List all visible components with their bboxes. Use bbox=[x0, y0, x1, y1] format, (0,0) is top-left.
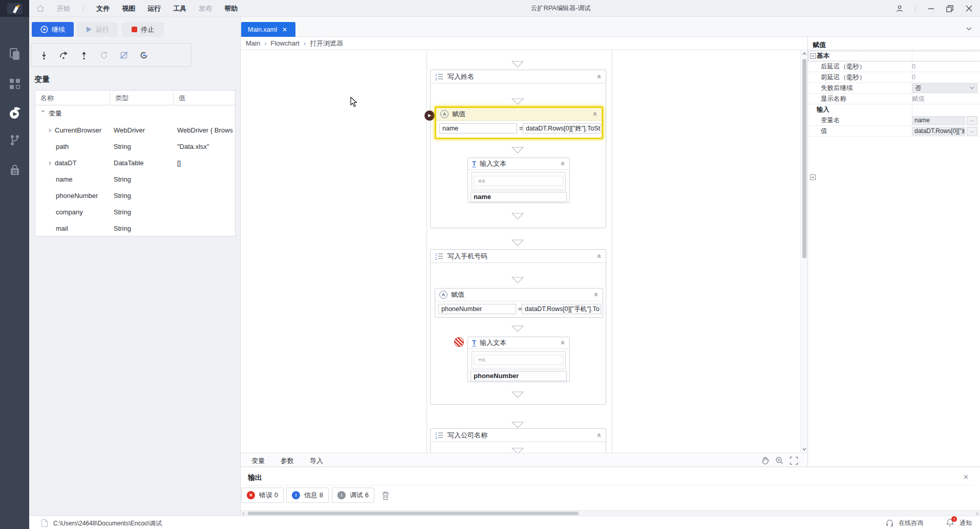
menu-publish[interactable]: 发布 bbox=[199, 4, 212, 13]
debug-icon[interactable] bbox=[0, 103, 29, 123]
collapse-chevron-icon[interactable]: « bbox=[592, 112, 599, 116]
assign-activity[interactable]: A 赋值 « phoneNumber = dataDT.Rows[0]["手机"… bbox=[435, 288, 603, 318]
target-element-thumbnail[interactable]: 手机 bbox=[472, 351, 566, 369]
scroll-right-icon[interactable] bbox=[976, 512, 978, 515]
notification-bell[interactable]: 1 bbox=[946, 518, 955, 527]
property-row[interactable]: 变量名 name ... bbox=[808, 115, 980, 126]
close-icon[interactable] bbox=[965, 5, 973, 13]
collapse-chevron-icon[interactable]: « bbox=[596, 254, 603, 258]
collapse-minus-icon[interactable] bbox=[810, 53, 816, 59]
assign-value-field[interactable]: dataDT.Rows[0]["手机"].To bbox=[522, 304, 601, 314]
table-row[interactable]: phoneNumber String bbox=[35, 187, 235, 204]
scroll-up-icon[interactable] bbox=[802, 52, 806, 55]
expand-caret-icon[interactable]: › bbox=[49, 159, 55, 167]
property-row[interactable]: 显示名称 赋值 bbox=[808, 94, 980, 104]
output-horizontal-scrollbar[interactable] bbox=[241, 510, 980, 516]
tab-overflow-chevron-icon[interactable] bbox=[966, 24, 972, 33]
pages-icon[interactable] bbox=[0, 44, 29, 64]
zoom-in-icon[interactable] bbox=[774, 455, 784, 466]
clear-output-trash-icon[interactable] bbox=[381, 491, 390, 503]
assign-activity-highlighted[interactable]: A 赋值 « name = dataDT.Rows[0]["姓"].ToSt bbox=[435, 106, 603, 139]
col-value[interactable]: 值 bbox=[173, 91, 235, 105]
col-type[interactable]: 类型 bbox=[110, 91, 173, 105]
target-element-thumbnail[interactable]: 姓名 bbox=[472, 172, 566, 190]
step-over-icon[interactable] bbox=[58, 49, 70, 61]
continue-on-error-select[interactable]: 否 bbox=[912, 83, 977, 93]
menu-file[interactable]: 文件 bbox=[96, 4, 110, 13]
user-icon[interactable] bbox=[896, 5, 904, 13]
canvas-vertical-scrollbar[interactable] bbox=[800, 50, 807, 453]
type-into-header[interactable]: T 输入文本 « bbox=[468, 158, 569, 170]
variables-group-row[interactable]: › 变量 bbox=[35, 105, 235, 122]
home-icon[interactable] bbox=[36, 5, 45, 12]
ellipsis-button[interactable]: ... bbox=[967, 116, 977, 125]
assign-to-field[interactable]: name bbox=[439, 123, 517, 134]
continue-button[interactable]: 继续 bbox=[32, 22, 74, 37]
filter-debug-button[interactable]: i 调试 6 bbox=[332, 488, 374, 503]
breadcrumb-flowchart[interactable]: Flowchart bbox=[271, 39, 300, 47]
headset-icon[interactable] bbox=[885, 519, 894, 527]
property-value[interactable]: 0 bbox=[912, 74, 915, 81]
property-row[interactable]: 失败后继续 否 bbox=[808, 83, 980, 94]
fit-to-screen-icon[interactable] bbox=[789, 455, 799, 466]
type-into-activity[interactable]: T 输入文本 « 姓名 name bbox=[467, 158, 570, 203]
collapse-caret-icon[interactable]: › bbox=[39, 110, 48, 116]
step-into-icon[interactable] bbox=[38, 49, 50, 61]
property-group-input[interactable]: 输入 bbox=[808, 104, 980, 115]
run-button[interactable]: 运行 bbox=[77, 22, 118, 37]
sequence-header[interactable]: 12 写入姓名 « bbox=[431, 70, 606, 83]
online-support-label[interactable]: 在线咨询 bbox=[899, 519, 923, 527]
refresh-icon[interactable] bbox=[98, 49, 110, 61]
type-into-value-field[interactable]: name bbox=[471, 192, 567, 202]
collapse-minus-icon[interactable] bbox=[810, 174, 816, 180]
git-branch-icon[interactable] bbox=[0, 130, 29, 150]
breadcrumb-open-browser[interactable]: 打开浏览器 bbox=[310, 39, 343, 48]
output-close-icon[interactable]: ✕ bbox=[963, 473, 969, 481]
pan-hand-icon[interactable] bbox=[760, 455, 770, 466]
restore-icon[interactable] bbox=[946, 5, 954, 13]
minimize-icon[interactable] bbox=[927, 5, 935, 13]
scrollbar-thumb[interactable] bbox=[248, 512, 579, 515]
notification-label[interactable]: 通知 bbox=[960, 519, 972, 527]
property-value[interactable]: 赋值 bbox=[912, 95, 925, 103]
collapse-chevron-icon[interactable]: « bbox=[593, 293, 600, 297]
property-row[interactable]: 前延迟（毫秒） 0 bbox=[808, 72, 980, 83]
type-into-header[interactable]: T 输入文本 « bbox=[468, 337, 569, 349]
table-row[interactable]: path String "Data.xlsx" bbox=[35, 138, 235, 155]
app-logo[interactable] bbox=[0, 0, 29, 17]
tab-imports[interactable]: 导入 bbox=[310, 456, 323, 466]
sequence-header[interactable]: 12 写入公司名称 « bbox=[431, 429, 606, 442]
menu-tools[interactable]: 工具 bbox=[173, 4, 186, 13]
step-out-icon[interactable] bbox=[78, 49, 90, 61]
table-row[interactable]: mail String bbox=[35, 220, 235, 236]
table-row[interactable]: company String bbox=[35, 204, 235, 220]
menu-start[interactable]: 开始 bbox=[57, 4, 70, 13]
tab-close-icon[interactable]: ✕ bbox=[282, 26, 287, 33]
table-row[interactable]: name String bbox=[35, 171, 235, 187]
ellipsis-button[interactable]: ... bbox=[967, 127, 977, 136]
scrollbar-thumb[interactable] bbox=[802, 59, 806, 258]
sequence-header[interactable]: 12 写入手机号码 « bbox=[431, 250, 606, 263]
collapse-chevron-icon[interactable]: « bbox=[560, 162, 567, 166]
scroll-down-icon[interactable] bbox=[802, 448, 806, 451]
collapse-chevron-icon[interactable]: « bbox=[560, 341, 567, 345]
restart-icon[interactable] bbox=[138, 49, 150, 61]
col-name[interactable]: 名称 bbox=[35, 91, 110, 105]
collapse-chevron-icon[interactable]: « bbox=[596, 433, 603, 437]
variable-name-field[interactable]: name bbox=[912, 116, 965, 125]
value-expression-field[interactable]: dataDT.Rows[0]["姓 bbox=[912, 127, 965, 136]
table-row[interactable]: ›CurrentBrowser WebDriver WebDriver { Br… bbox=[35, 122, 235, 138]
breakpoint-icon[interactable] bbox=[454, 337, 464, 347]
tab-arguments[interactable]: 参数 bbox=[281, 456, 294, 466]
scroll-left-icon[interactable] bbox=[242, 512, 245, 515]
disable-breakpoints-icon[interactable] bbox=[118, 49, 130, 61]
table-row[interactable]: ›dataDT DataTable [] bbox=[35, 155, 235, 171]
components-icon[interactable] bbox=[0, 74, 29, 94]
property-value[interactable]: 0 bbox=[912, 63, 915, 70]
type-into-value-field[interactable]: phoneNumber bbox=[471, 371, 567, 381]
property-row[interactable]: 后延迟（毫秒） 0 bbox=[808, 61, 980, 72]
assign-to-field[interactable]: phoneNumber bbox=[438, 304, 516, 314]
type-into-activity[interactable]: T 输入文本 « 手机 phoneNumber bbox=[467, 337, 570, 382]
menu-view[interactable]: 视图 bbox=[122, 4, 135, 13]
filter-info-button[interactable]: i 信息 8 bbox=[286, 488, 329, 503]
